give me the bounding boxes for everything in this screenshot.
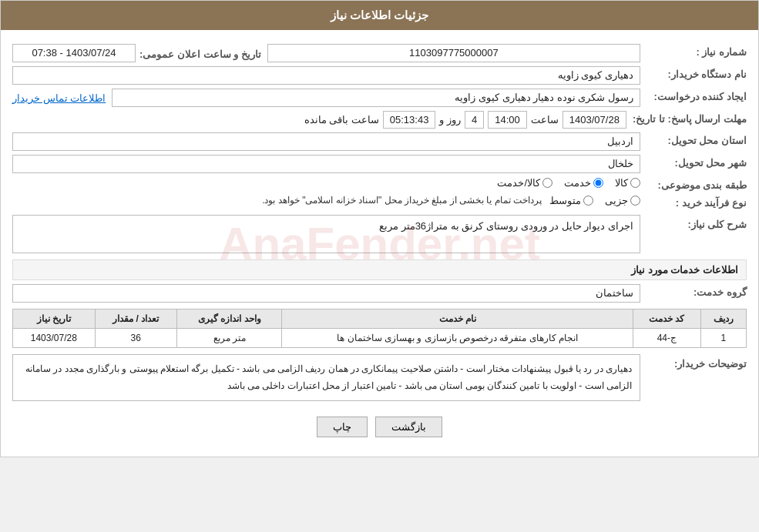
- category-option-khedmat[interactable]: خدمت: [564, 177, 603, 189]
- deadline-time: 14:00: [488, 111, 527, 129]
- category-option-kala[interactable]: کالا: [615, 177, 640, 189]
- category-label: طبقه بندی موضوعی:: [646, 177, 747, 191]
- province-value: اردبیل: [12, 132, 640, 151]
- services-table-wrapper: ردیف کد خدمت نام خدمت واحد اندازه گیری ت…: [12, 309, 747, 348]
- page-title: جزئیات اطلاعات نیاز: [331, 8, 428, 22]
- table-row: 1ج-44انجام کارهای متفرقه درخصوص بازسازی …: [13, 329, 747, 348]
- general-desc-label: شرح کلی نیاز:: [646, 215, 747, 230]
- deadline-days: 4: [465, 111, 484, 129]
- deadline-remaining: 05:13:43: [383, 111, 436, 129]
- page-header: جزئیات اطلاعات نیاز: [1, 1, 758, 30]
- general-desc-value: اجرای دیوار حایل در ورودی روستای کرنق به…: [12, 215, 640, 253]
- purchase-type-note: پرداخت تمام یا بخشی از مبلغ خریداز محل "…: [262, 195, 542, 206]
- deadline-remaining-label: ساعت باقی مانده: [304, 114, 379, 125]
- purchase-type-radio-group: جزیی متوسط: [549, 195, 640, 206]
- buyer-notes-label: توضیحات خریدار:: [646, 354, 747, 370]
- service-group-label: گروه خدمت:: [646, 284, 747, 298]
- col-header-unit: واحد اندازه گیری: [177, 309, 282, 329]
- services-table: ردیف کد خدمت نام خدمت واحد اندازه گیری ت…: [12, 309, 747, 348]
- category-option-kala-khedmat[interactable]: کالا/خدمت: [497, 177, 552, 189]
- city-label: شهر محل تحویل:: [646, 155, 747, 169]
- province-label: استان محل تحویل:: [646, 132, 747, 146]
- deadline-days-label: روز و: [439, 114, 461, 125]
- category-radio-group: کالا خدمت کالا/خدمت: [12, 177, 640, 189]
- print-button[interactable]: چاپ: [317, 417, 368, 437]
- buyer-notes-text: دهیاری در رد یا قبول پیشنهادات مختار است…: [12, 354, 640, 401]
- deadline-label: مهلت ارسال پاسخ: تا تاریخ:: [633, 111, 747, 125]
- service-group-value: ساختمان: [12, 284, 640, 303]
- footer-buttons: بازگشت چاپ: [12, 405, 747, 449]
- requester-value: رسول شکری نوده دهیار دهیاری کیوی زاویه: [112, 89, 640, 107]
- services-section-header: اطلاعات خدمات مورد نیاز: [12, 259, 747, 280]
- city-value: خلخال: [12, 155, 640, 173]
- need-number-value: 1103097775000007: [267, 44, 640, 62]
- purchase-type-jozii[interactable]: جزیی: [605, 195, 640, 206]
- requester-contact-link[interactable]: اطلاعات تماس خریدار: [12, 92, 106, 104]
- deadline-time-label: ساعت: [531, 114, 559, 125]
- col-header-qty: تعداد / مقدار: [95, 309, 176, 329]
- col-header-name: نام خدمت: [282, 309, 633, 329]
- buyer-station-label: نام دستگاه خریدار:: [646, 66, 747, 80]
- deadline-date: 1403/07/28: [563, 111, 626, 129]
- requester-label: ایجاد کننده درخواست:: [646, 89, 747, 102]
- buyer-station-value: دهیاری کیوی زاویه: [12, 66, 640, 85]
- purchase-type-motavasset[interactable]: متوسط: [549, 195, 593, 206]
- col-header-date: تاریخ نیاز: [13, 309, 96, 329]
- need-number-label: شماره نیاز :: [646, 44, 747, 58]
- col-header-row: ردیف: [700, 309, 746, 329]
- public-announcement-label: تاریخ و ساعت اعلان عمومی:: [139, 46, 261, 60]
- col-header-code: کد خدمت: [633, 309, 701, 329]
- back-button[interactable]: بازگشت: [375, 417, 442, 437]
- public-announcement-value: 1403/07/24 - 07:38: [12, 44, 136, 62]
- purchase-type-label: نوع فرآیند خرید :: [646, 195, 747, 209]
